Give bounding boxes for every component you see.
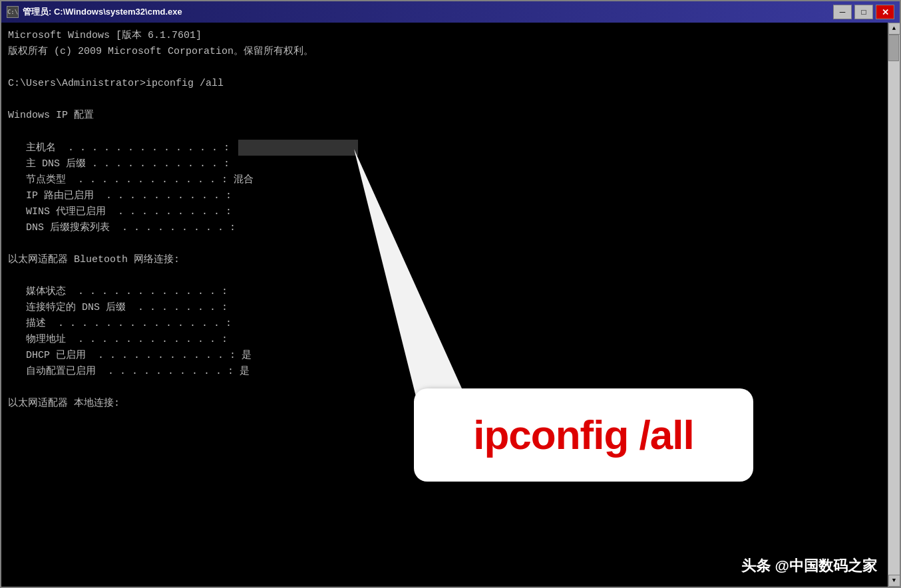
watermark: 头条 @中国数码之家	[741, 554, 877, 577]
close-button[interactable]: ✕	[876, 5, 894, 19]
terminal-line-2: 版权所有 (c) 2009 Microsoft Corporation。保留所有…	[8, 44, 881, 60]
title-bar: C:\ 管理员: C:\Windows\system32\cmd.exe ─ □…	[1, 1, 900, 23]
redacted-hostname	[238, 140, 358, 156]
scroll-track[interactable]	[888, 35, 900, 575]
terminal-line-8: 主机名 . . . . . . . . . . . . . :	[8, 140, 881, 156]
terminal-area[interactable]: Microsoft Windows [版本 6.1.7601] 版权所有 (c)…	[1, 23, 888, 587]
cmd-icon: C:\	[7, 6, 19, 18]
callout-text: ipconfig /all	[473, 402, 693, 468]
cmd-window: C:\ 管理员: C:\Windows\system32\cmd.exe ─ □…	[0, 0, 901, 588]
minimize-button[interactable]: ─	[833, 5, 852, 19]
terminal-line-23	[8, 380, 881, 396]
maximize-button[interactable]: □	[854, 5, 873, 19]
terminal-line-24: 以太网适配器 本地连接:	[8, 396, 881, 412]
window-controls: ─ □ ✕	[833, 5, 894, 19]
terminal-line-12: WINS 代理已启用 . . . . . . . . . :	[8, 204, 881, 220]
terminal-line-10: 节点类型 . . . . . . . . . . . . : 混合	[8, 172, 881, 188]
terminal-line-15: 以太网适配器 Bluetooth 网络连接:	[8, 252, 881, 268]
terminal-line-1: Microsoft Windows [版本 6.1.7601]	[8, 28, 881, 44]
terminal-line-3	[8, 60, 881, 76]
terminal-line-9: 主 DNS 后缀 . . . . . . . . . . . :	[8, 156, 881, 172]
terminal-line-13: DNS 后缀搜索列表 . . . . . . . . . :	[8, 220, 881, 236]
window-body: Microsoft Windows [版本 6.1.7601] 版权所有 (c)…	[1, 23, 900, 587]
terminal-line-21: DHCP 已启用 . . . . . . . . . . . : 是	[8, 348, 881, 364]
scrollbar[interactable]: ▲ ▼	[888, 23, 900, 587]
scroll-thumb[interactable]	[888, 35, 899, 61]
terminal-line-7	[8, 124, 881, 140]
terminal-line-19: 描述 . . . . . . . . . . . . . . :	[8, 316, 881, 332]
terminal-line-16	[8, 268, 881, 284]
terminal-line-4: C:\Users\Administrator>ipconfig /all	[8, 76, 881, 92]
scroll-up-button[interactable]: ▲	[888, 23, 900, 35]
terminal-line-14	[8, 236, 881, 252]
terminal-line-18: 连接特定的 DNS 后缀 . . . . . . . :	[8, 300, 881, 316]
terminal-line-11: IP 路由已启用 . . . . . . . . . . :	[8, 188, 881, 204]
terminal-line-5	[8, 92, 881, 108]
window-title: 管理员: C:\Windows\system32\cmd.exe	[23, 6, 182, 18]
terminal-line-20: 物理地址 . . . . . . . . . . . . :	[8, 332, 881, 348]
terminal-line-22: 自动配置已启用 . . . . . . . . . . : 是	[8, 364, 881, 380]
scroll-down-button[interactable]: ▼	[888, 575, 900, 587]
terminal-line-17: 媒体状态 . . . . . . . . . . . . :	[8, 284, 881, 300]
terminal-line-6: Windows IP 配置	[8, 108, 881, 124]
title-bar-left: C:\ 管理员: C:\Windows\system32\cmd.exe	[7, 6, 182, 18]
